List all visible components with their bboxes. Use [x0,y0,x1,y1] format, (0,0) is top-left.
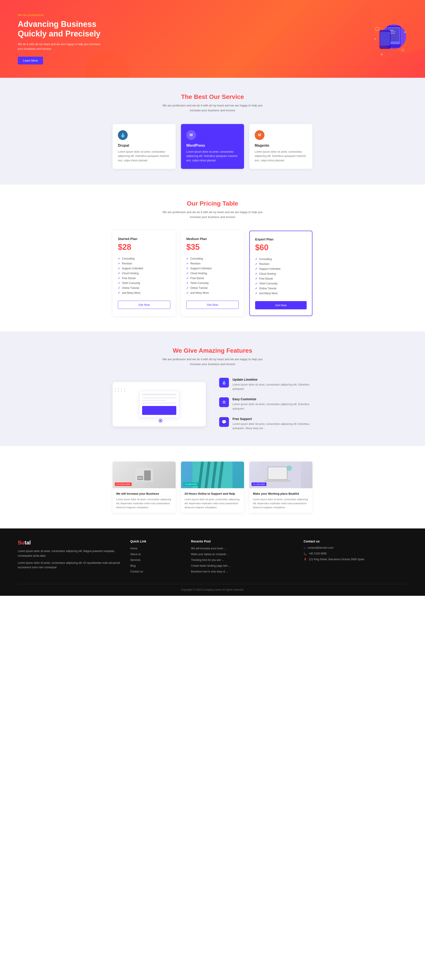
plan-name-medium: Medium Plan [186,237,239,241]
hero-description: We do it with all my heart and we are ha… [18,42,106,51]
pricing-card-medium: Medium Plan $35 Consulting Revision Supp… [181,231,244,316]
services-header: The Best Our Service We are profession a… [18,93,407,113]
list-item: Cloud Hosting [118,271,170,276]
footer-link-blog[interactable]: Blog [130,563,182,568]
svg-point-13 [404,32,406,33]
hero-section: We are professional Advancing Business Q… [0,0,425,78]
footer-link-about[interactable]: About us [130,552,182,556]
list-item: Consulting [186,256,239,261]
footer-recent-2[interactable]: Make your laptop as compute ... [191,552,295,556]
plan-price-started: $28 [118,242,170,252]
list-item: Online Tutorial [255,286,307,291]
list-item: Consulting [255,257,307,262]
footer-contact-title: Contact us [303,539,407,543]
phone-icon: 📞 [303,552,307,555]
get-now-started-button[interactable]: Get Now [118,301,170,309]
blog-section: 03 March 2028 We will Increase your Busi… [0,446,425,528]
blog-date-3: 21 July 2028 [252,482,266,486]
learn-more-button[interactable]: Learn More [18,57,43,64]
pricing-title: Our Pricing Table [18,200,407,207]
service-name-magento: Magento [255,143,307,148]
feature-desc-customize: Lorem ipsum dolor sit amet, consectetur … [233,402,312,410]
list-item: Revision [255,262,307,266]
footer-recent-4[interactable]: Create faster landing page tem ... [191,563,295,568]
footer-recent-1[interactable]: We will increase your busin ... [191,546,295,550]
service-card-drupal: 💧 Drupal Lorem ipsum dolor sit amet, con… [113,124,176,169]
plan-name-expert: Expert Plan [255,237,307,241]
feature-illustration [113,382,206,426]
get-now-expert-button[interactable]: Get Now [255,301,307,309]
svg-rect-25 [268,467,287,479]
update-icon: 💧 [219,378,229,388]
blog-title-1: We will Increase your Business [116,492,172,496]
footer-contact: Contact us ✉ contact@domain.com 📞 +60 13… [303,539,407,575]
feature-item-customize: ⚙ Easy Customize Lorem ipsum dolor sit a… [219,397,312,410]
list-item: and Many More [186,290,239,295]
plan-price-expert: $60 [255,243,307,252]
footer-link-home[interactable]: Home [130,546,182,550]
footer-recent-5[interactable]: Business now is very easy ul ... [191,570,295,573]
footer-recent-3[interactable]: Trending trick for you wor ... [191,558,295,562]
footer-recents: Recents Post We will increase your busin… [191,539,295,575]
blog-content-1: We will Increase your Business Lorem ips… [113,488,176,513]
list-item: Tshirt Comunity [186,281,239,286]
footer-link-services[interactable]: Services [130,558,182,562]
list-item: Support Unlimited [118,266,170,271]
feature-desc-update: Lorem ipsum dolor sit amet, consectetur … [233,383,312,391]
pricing-section: Our Pricing Table We are profession and … [0,185,425,332]
blog-desc-3: Lorem ipsum dolor sit amet, consectetur … [253,498,309,509]
services-section: The Best Our Service We are profession a… [0,78,425,185]
features-header: We Give Amazing Features We are professi… [18,347,407,367]
mockup-browser [139,391,179,418]
blog-grid: 03 March 2028 We will Increase your Busi… [113,461,312,513]
services-title: The Best Our Service [18,93,407,100]
blog-title-3: Make your Working place Beatiful [253,492,309,496]
footer-about: Sutal Lorem ipsum dolor sit amet, consec… [18,539,122,575]
drupal-icon: 💧 [118,130,128,140]
footer-quick-links: Quick Link Home About us Services Blog C… [130,539,182,575]
plan-features-medium: Consulting Revision Support Unlimited Cl… [186,256,239,295]
list-item: Cloud Hosting [255,271,307,276]
list-item: Consulting [118,256,170,261]
plan-features-started: Consulting Revision Support Unlimited Cl… [118,256,170,295]
svg-point-12 [374,38,376,40]
pricing-card-started: Started Plan $28 Consulting Revision Sup… [113,231,176,316]
location-icon: 📍 [303,558,307,562]
get-now-medium-button[interactable]: Get Now [186,301,239,309]
plan-name-started: Started Plan [118,237,170,241]
footer-contact-phone: 📞 +60 1316 6696 [303,552,407,555]
blog-card-2: 11 April 2028 24 Hours Online to Support… [181,461,244,513]
blog-desc-2: Lorem ipsum dolor sit amet, consectetur … [184,498,241,509]
hero-tagline: We are professional [18,13,106,17]
footer-links-list: Home About us Services Blog Contact us [130,546,182,573]
feature-content-update: Update Limetime Lorem ipsum dolor sit am… [233,378,312,391]
hero-illustration [358,19,407,59]
footer-link-contact[interactable]: Contact us [130,570,182,573]
plan-features-expert: Consulting Revision Support Unlimited Cl… [255,257,307,296]
feature-content-customize: Easy Customize Lorem ipsum dolor sit ame… [233,397,312,410]
service-card-wordpress: W WordPress Lorem ipsum dolor sit amet, … [181,124,244,169]
customize-icon: ⚙ [219,397,229,407]
svg-rect-26 [264,480,291,482]
list-item: and Many More [118,290,170,295]
footer-about-text-1: Lorem ipsum dolor sit amet, consectetur … [18,549,122,558]
svg-point-9 [376,27,379,31]
feature-desc-support: Lorem ipsum dolor sit amet, consectetur … [233,422,312,430]
blog-card-1: 03 March 2028 We will Increase your Busi… [113,461,176,513]
svg-rect-8 [380,32,390,46]
list-item: Free Ebook [255,276,307,281]
service-card-magento: M Magento Lorem ipsum dolor sit amet, co… [249,124,312,169]
blog-title-2: 24 Hours Online to Support and Help [184,492,241,496]
list-item: and Many More [255,291,307,296]
list-item: Cloud Hosting [186,271,239,276]
footer-grid: Sutal Lorem ipsum dolor sit amet, consec… [18,539,407,575]
blog-image-1: 03 March 2028 [113,461,176,488]
magento-icon: M [255,130,265,140]
pricing-subtitle: We are profession and we do it with all … [157,210,268,220]
features-subtitle: We are profession and we do it with all … [157,357,268,367]
feature-title-support: Free Support [233,417,312,421]
list-item: Revision [118,261,170,266]
svg-rect-17 [138,477,143,479]
features-layout: 💧 Update Limetime Lorem ipsum dolor sit … [113,378,312,430]
footer-copyright: Copyright © 2024 Company name All rights… [18,584,407,591]
